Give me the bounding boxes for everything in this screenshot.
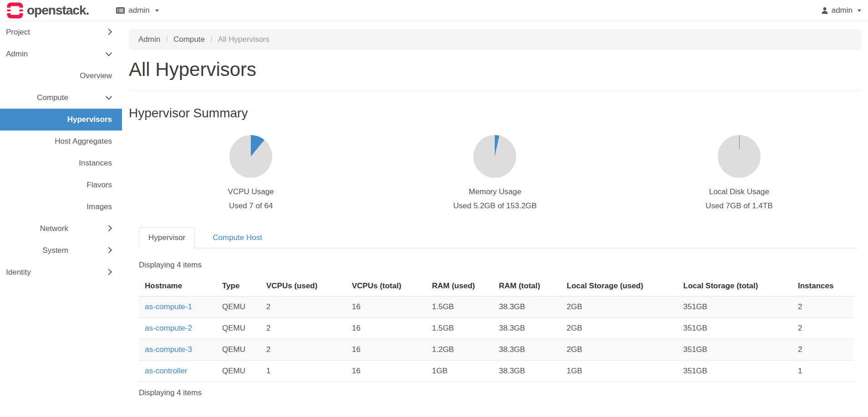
sidebar-item-label: Overview: [80, 71, 112, 80]
hostname-link[interactable]: as-compute-2: [139, 318, 216, 339]
context-project-label: admin: [128, 6, 149, 15]
breadcrumb-compute[interactable]: Compute: [173, 35, 205, 44]
sidebar-item-label: Identity: [6, 268, 31, 276]
chevron-right-icon: [106, 225, 112, 231]
column-header-vcpus-used-: VCPUs (used): [260, 277, 346, 296]
chevron-right-icon: [106, 29, 112, 35]
table-cell: 16: [346, 296, 426, 318]
column-header-ram-total-: RAM (total): [493, 277, 561, 296]
title-divider: [129, 90, 861, 91]
breadcrumb-all-hypervisors: All Hypervisors: [218, 35, 269, 44]
sidebar-item-flavors[interactable]: Flavors: [0, 174, 122, 196]
column-header-vcpus-total-: VCPUs (total): [346, 277, 426, 296]
usage-pie-chart: [229, 135, 272, 178]
usage-summary-vcpu-usage: VCPU UsageUsed 7 of 64: [129, 135, 373, 211]
chevron-right-icon: [106, 247, 112, 253]
hypervisor-tab-section: HypervisorCompute Host Displaying 4 item…: [139, 227, 857, 397]
table-cell: QEMU: [216, 361, 260, 382]
brand-wordmark: openstack.: [27, 3, 89, 18]
pie-usage-label: Used 5.2GB of 153.2GB: [453, 201, 537, 211]
table-cell: 38.3GB: [493, 361, 561, 382]
table-row: as-compute-3QEMU2161.2GB38.3GB2GB351GB2: [139, 339, 853, 361]
sidebar-item-project[interactable]: Project: [0, 21, 122, 43]
sidebar-item-network[interactable]: Network: [0, 218, 122, 240]
column-header-local-storage-used-: Local Storage (used): [561, 277, 677, 296]
sidebar-item-identity[interactable]: Identity: [0, 261, 122, 283]
breadcrumb-admin[interactable]: Admin: [138, 35, 160, 44]
table-cell: 2: [792, 318, 853, 339]
table-cell: 38.3GB: [493, 318, 561, 339]
hypervisor-summary-heading: Hypervisor Summary: [129, 106, 861, 121]
table-cell: 38.3GB: [493, 339, 561, 361]
sidebar-item-host-aggregates[interactable]: Host Aggregates: [0, 131, 122, 152]
openstack-brand[interactable]: openstack.: [7, 2, 89, 19]
sidebar-item-label: Instances: [79, 159, 112, 167]
table-caption-top: Displaying 4 items: [139, 261, 857, 270]
project-context-switcher[interactable]: admin: [116, 6, 158, 15]
project-list-icon: [116, 7, 125, 14]
chevron-right-icon: [106, 269, 112, 275]
sidebar-item-overview[interactable]: Overview: [0, 65, 122, 87]
table-cell: QEMU: [216, 296, 260, 318]
caret-down-icon: [858, 10, 861, 12]
table-row: as-compute-2QEMU2161.5GB38.3GB2GB351GB2: [139, 318, 853, 339]
table-row: as-controllerQEMU1161GB38.3GB1GB351GB1: [139, 361, 853, 382]
table-cell: 2: [792, 296, 853, 318]
sidebar-item-instances[interactable]: Instances: [0, 152, 122, 174]
sidebar-item-label: Compute: [37, 93, 68, 102]
sidebar-item-admin[interactable]: Admin: [0, 43, 122, 65]
table-header-row: HostnameTypeVCPUs (used)VCPUs (total)RAM…: [139, 277, 853, 296]
hostname-link[interactable]: as-controller: [139, 361, 216, 382]
side-navigation: ProjectAdminOverviewComputeHypervisorsHo…: [0, 21, 122, 417]
table-cell: 2GB: [561, 318, 677, 339]
table-cell: 2: [792, 339, 853, 361]
sidebar-item-label: System: [42, 246, 68, 255]
tab-hypervisor[interactable]: Hypervisor: [139, 227, 195, 248]
usage-summary-memory-usage: Memory UsageUsed 5.2GB of 153.2GB: [373, 135, 617, 211]
top-navbar: openstack. admin admin: [0, 0, 868, 21]
sidebar-item-hypervisors[interactable]: Hypervisors: [0, 109, 122, 131]
table-cell: 16: [346, 339, 426, 361]
sidebar-item-system[interactable]: System: [0, 240, 122, 261]
table-cell: 1GB: [561, 361, 677, 382]
sidebar-item-label: Admin: [6, 50, 28, 58]
hypervisors-table: HostnameTypeVCPUs (used)VCPUs (total)RAM…: [139, 277, 853, 382]
column-header-type: Type: [216, 277, 260, 296]
table-cell: 1.5GB: [426, 318, 493, 339]
table-cell: 2GB: [561, 296, 677, 318]
table-caption-bottom: Displaying 4 items: [139, 382, 857, 397]
pie-usage-label: Used 7 of 64: [229, 201, 273, 211]
sidebar-item-compute[interactable]: Compute: [0, 87, 122, 109]
user-icon: [821, 7, 828, 14]
column-header-instances: Instances: [792, 277, 853, 296]
user-name-label: admin: [832, 6, 853, 15]
table-cell: 2: [260, 296, 346, 318]
sidebar-item-images[interactable]: Images: [0, 196, 122, 218]
column-header-ram-used-: RAM (used): [426, 277, 493, 296]
tab-compute-host[interactable]: Compute Host: [203, 227, 272, 248]
openstack-logo-icon: [7, 2, 23, 19]
table-cell: 351GB: [677, 339, 792, 361]
chevron-down-icon: [106, 93, 112, 100]
usage-summary-local-disk-usage: Local Disk UsageUsed 7GB of 1.4TB: [617, 135, 861, 211]
sidebar-item-label: Project: [6, 28, 30, 36]
chevron-down-icon: [106, 50, 112, 56]
breadcrumb-separator: /: [166, 35, 168, 44]
table-cell: QEMU: [216, 318, 260, 339]
user-menu[interactable]: admin: [821, 6, 861, 15]
sidebar-item-label: Images: [86, 202, 112, 211]
table-cell: 1: [260, 361, 346, 382]
table-cell: 16: [346, 361, 426, 382]
pie-title: Memory Usage: [469, 187, 521, 196]
hostname-link[interactable]: as-compute-1: [139, 296, 216, 318]
hostname-link[interactable]: as-compute-3: [139, 339, 216, 361]
table-cell: 1GB: [426, 361, 493, 382]
breadcrumb-separator: /: [210, 35, 213, 44]
breadcrumb: Admin/Compute/All Hypervisors: [129, 29, 861, 50]
sidebar-item-label: Flavors: [86, 181, 112, 189]
pie-usage-label: Used 7GB of 1.4TB: [706, 201, 772, 211]
table-cell: 16: [346, 318, 426, 339]
usage-pie-chart: [718, 135, 761, 178]
table-cell: 351GB: [677, 361, 792, 382]
usage-summary-row: VCPU UsageUsed 7 of 64Memory UsageUsed 5…: [129, 135, 861, 211]
